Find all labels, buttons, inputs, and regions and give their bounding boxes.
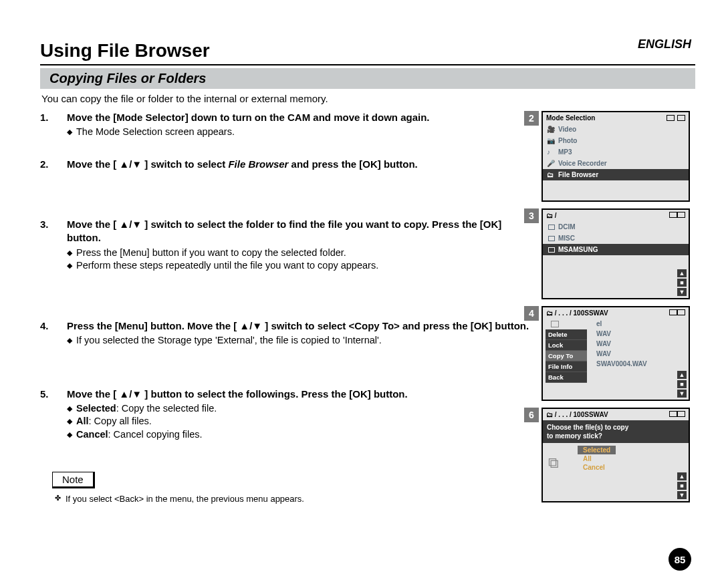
step-item: Move the [ ▲/▼ ] button to select the fo… [40,388,535,442]
context-menu-item: Copy To [546,351,587,361]
chapter-title: Using File Browser [40,40,695,61]
screenshots-column: 2Mode Selection🎥Video📷Photo♪MP3🎤Voice Re… [542,111,695,509]
breadcrumb: 🗂 / . . . / 100SSWAV [546,411,608,418]
photo-icon: 📷 [547,137,554,144]
mode-item-label: File Browser [558,171,598,178]
video-icon: 🎥 [547,126,554,133]
step-item: Move the [ ▲/▼ ] switch to select File B… [40,158,535,171]
mode-item-label: MP3 [558,148,572,156]
section-title: Copying Files or Folders [49,71,686,86]
step-sub: If you selected the Storage type 'Extern… [67,334,535,347]
copy-option: Selected [578,446,616,454]
folder-item-label: DCIM [558,223,576,231]
divider [40,64,695,65]
folder-icon [548,225,555,230]
note-text: If you select <Back> in the menu, the pr… [40,494,455,504]
storage-icon [669,309,677,315]
folder-icon [548,247,555,253]
file-icon: 🗂 [547,171,554,178]
copy-option: Cancel [578,463,616,472]
scroll-arrows: ▲■▼ [677,269,687,296]
storage-icon [669,411,677,417]
screen-folder-list: 🗂 /DCIMMISCMSAMSUNG▲■▼ [542,208,690,299]
storage-icon [667,115,675,121]
folder-item-label: MSAMSUNG [558,246,598,253]
step-head: Move the [ ▲/▼ ] switch to select File B… [67,158,418,170]
copy-option-list: SelectedAllCancel [578,446,616,472]
mode-item: ♪MP3 [543,146,689,158]
step-head: Move the [ ▲/▼ ] switch to select the fo… [67,218,501,243]
note-label: Note [52,472,95,488]
mode-item: 🗂File Browser [543,169,689,180]
context-menu-item: File Info [546,361,587,372]
context-menu-item: Lock [546,340,587,351]
copy-prompt: Choose the file(s) to copyto memory stic… [543,420,689,443]
screen-file-menu: 🗂 / . . . / 100SSWAVelWAVWAVWAVSWAV0004.… [542,306,690,401]
folder-icon [548,236,555,241]
step-item: Press the [Menu] button. Move the [ ▲/▼ … [40,319,535,347]
step-sub: Selected: Copy the selected file.All: Co… [67,402,535,442]
copy-option: All [578,454,616,463]
screen-step-number: 4 [524,306,539,321]
step-head: Move the [ ▲/▼ ] button to select the fo… [67,388,408,400]
scroll-arrows: ▲■▼ [677,472,687,499]
breadcrumb: 🗂 / [546,212,557,219]
folder-item: MSAMSUNG [543,244,689,255]
mode-item-label: Video [558,126,576,133]
file-row: el [543,319,689,329]
step-head: Press the [Menu] button. Move the [ ▲/▼ … [67,320,529,331]
storage-icon [669,212,677,218]
folder-item: MISC [543,233,689,244]
folder-item-label: MISC [558,235,575,242]
folder-item: DCIM [543,221,689,233]
mode-item: 🎥Video [543,124,689,135]
context-menu-item: Back [546,372,587,383]
mode-item-label: Voice Recorder [558,160,607,167]
screen-step-number: 2 [524,111,539,126]
screen-step-number: 3 [524,208,539,223]
screen-title: Mode Selection [546,114,595,122]
step-sub: Press the [Menu] button if you want to c… [67,247,535,273]
page-number-badge: 85 [669,548,691,571]
intro-text: You can copy the file or folder to the i… [41,93,695,104]
battery-icon [677,115,685,121]
context-menu: DeleteLockCopy ToFile InfoBack [546,329,587,383]
screen-mode-selection: Mode Selection🎥Video📷Photo♪MP3🎤Voice Rec… [542,111,690,202]
mode-item-label: Photo [558,137,577,144]
step-item: Move the [Mode Selector] down to turn on… [40,111,535,139]
voice-icon: 🎤 [547,160,554,167]
battery-icon [677,411,685,417]
step-item: Move the [ ▲/▼ ] switch to select the fo… [40,218,535,273]
screen-copy-confirm: 🗂 / . . . / 100SSWAVChoose the file(s) t… [542,408,690,502]
context-menu-item: Delete [546,329,587,340]
breadcrumb: 🗂 / . . . / 100SSWAV [546,309,608,317]
screen-step-number: 6 [524,408,539,422]
copy-icon: ⧉ [546,454,559,472]
mode-item: 🎤Voice Recorder [543,158,689,169]
language-label: ENGLISH [638,37,691,51]
mp3-icon: ♪ [547,148,554,156]
step-head: Move the [Mode Selector] down to turn on… [67,112,430,123]
steps-list: Move the [Mode Selector] down to turn on… [40,111,535,441]
step-sub: The Mode Selection screen appears. [67,126,535,139]
section-bar: Copying Files or Folders [40,68,695,89]
mode-item: 📷Photo [543,135,689,146]
battery-icon [677,309,685,315]
scroll-arrows: ▲■▼ [677,371,687,398]
battery-icon [677,212,685,218]
